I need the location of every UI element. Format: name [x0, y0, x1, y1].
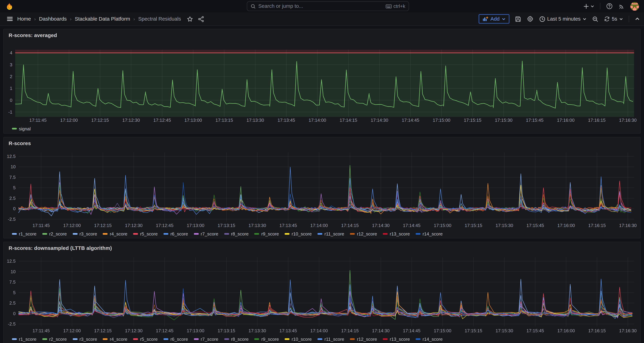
x-tick-label: 17:16:30 — [619, 118, 637, 123]
top-bar: Search or jump to... ctrl+k — [0, 0, 644, 12]
y-tick-label: 2.5 — [9, 300, 16, 306]
legend-item[interactable]: r12_score — [350, 231, 377, 236]
x-tick-label: 17:16:30 — [619, 223, 637, 228]
legend-swatch — [72, 233, 77, 235]
zoom-out-icon — [592, 16, 598, 22]
legend-item[interactable]: r4_score — [103, 231, 127, 236]
legend-label: r14_score — [422, 336, 443, 341]
new-menu-button[interactable] — [583, 3, 594, 9]
save-dashboard-button[interactable] — [515, 16, 521, 22]
legend-item[interactable]: r13_score — [383, 231, 410, 236]
legend-swatch — [285, 338, 290, 340]
legend-item[interactable]: r6_score — [164, 231, 188, 236]
panel-title[interactable]: R-scores: averaged — [9, 33, 57, 38]
gear-icon — [527, 16, 533, 22]
y-tick-label: 5 — [13, 290, 16, 295]
favorite-button[interactable] — [187, 16, 193, 22]
refresh-picker[interactable]: 5s — [604, 16, 623, 22]
legend-label: r1_score — [19, 336, 36, 341]
legend-swatch — [133, 338, 138, 340]
x-tick-label: 17:15:45 — [526, 118, 544, 123]
legend-item[interactable]: r2_score — [42, 231, 67, 236]
x-tick-label: 17:13:30 — [246, 118, 264, 123]
legend-item[interactable]: signal — [12, 126, 31, 131]
x-tick-label: 17:15:30 — [496, 223, 513, 228]
legend-item[interactable]: r7_score — [194, 231, 218, 236]
y-tick-label: 12.5 — [7, 154, 16, 159]
x-tick-label: 17:16:00 — [557, 223, 575, 228]
collapse-toolbar-button[interactable] — [635, 17, 640, 21]
x-tick-label: 17:13:45 — [278, 118, 295, 123]
y-tick-label: 0 — [10, 98, 12, 103]
legend-item[interactable]: r9_score — [254, 231, 279, 236]
chart-rscores[interactable]: 12.5107.552.50-2.517:11:4517:12:0017:12:… — [4, 137, 640, 238]
breadcrumb-dashboards[interactable]: Dashboards — [39, 16, 67, 22]
panel-rscores: 12.5107.552.50-2.517:11:4517:12:0017:12:… — [3, 137, 640, 238]
grafana-logo-icon[interactable] — [5, 2, 14, 11]
user-avatar[interactable] — [630, 2, 639, 11]
legend-label: r2_score — [49, 231, 67, 236]
legend-item[interactable]: r10_score — [285, 336, 312, 341]
keyboard-icon — [386, 4, 392, 9]
save-icon — [515, 16, 521, 22]
add-button[interactable]: Add — [479, 14, 509, 23]
breadcrumb-folder[interactable]: Stackable Data Platform — [75, 16, 130, 22]
legend-item[interactable]: r6_score — [164, 336, 188, 341]
legend-item[interactable]: r10_score — [285, 231, 312, 236]
zoom-out-button[interactable] — [592, 16, 598, 22]
legend-swatch — [194, 233, 198, 235]
chart-rscores-downsampled[interactable]: 12.5107.552.50-2.517:11:4517:12:0017:12:… — [4, 242, 640, 343]
legend-item[interactable]: r2_score — [42, 336, 67, 341]
mega-menu-button[interactable] — [6, 16, 13, 22]
dashboard-settings-button[interactable] — [527, 16, 533, 22]
legend-swatch — [318, 233, 322, 235]
legend-item[interactable]: r12_score — [350, 336, 377, 341]
chart-rscores-averaged[interactable]: 43210-117:11:4517:12:0017:12:1517:12:301… — [4, 29, 640, 133]
legend-item[interactable]: r3_score — [72, 231, 97, 236]
legend-swatch — [12, 338, 17, 340]
x-tick-label: 17:13:30 — [248, 223, 266, 228]
y-tick-label: 3 — [10, 62, 12, 67]
x-tick-label: 17:13:15 — [218, 328, 235, 333]
legend-item[interactable]: r3_score — [72, 336, 97, 341]
news-button[interactable] — [618, 3, 625, 9]
x-tick-label: 17:15:45 — [526, 328, 544, 333]
legend-item[interactable]: r5_score — [133, 231, 158, 236]
legend-item[interactable]: r8_score — [224, 336, 248, 341]
legend-item[interactable]: r1_score — [12, 336, 36, 341]
panel-title[interactable]: R-scores: downsampled (LTTB algorithm) — [9, 245, 112, 251]
y-tick-label: 5 — [13, 185, 16, 190]
share-button[interactable] — [198, 16, 204, 22]
legend-item[interactable]: r14_score — [416, 336, 443, 341]
x-tick-label: 17:15:30 — [495, 118, 512, 123]
time-range-picker[interactable]: Last 5 minutes — [539, 16, 586, 22]
legend-item[interactable]: r4_score — [103, 336, 127, 341]
x-tick-label: 17:15:45 — [526, 223, 544, 228]
help-button[interactable] — [606, 3, 613, 10]
x-tick-label: 17:14:30 — [372, 328, 390, 333]
legend-swatch — [42, 233, 47, 235]
search-input[interactable]: Search or jump to... ctrl+k — [247, 1, 409, 11]
legend-item[interactable]: r5_score — [133, 336, 158, 341]
breadcrumb-home[interactable]: Home — [17, 16, 31, 22]
legend-item[interactable]: r13_score — [383, 336, 410, 341]
star-icon — [187, 16, 193, 22]
legend-item[interactable]: r11_score — [318, 231, 344, 236]
legend-swatch — [72, 338, 77, 340]
x-tick-label: 17:14:00 — [308, 118, 326, 123]
legend-item[interactable]: r1_score — [12, 231, 36, 236]
legend-item[interactable]: r14_score — [416, 231, 443, 236]
legend-label: r12_score — [357, 336, 377, 341]
legend-swatch — [416, 233, 420, 235]
panel-rscores-averaged: 43210-117:11:4517:12:0017:12:1517:12:301… — [3, 29, 640, 134]
legend-item[interactable]: r8_score — [224, 231, 248, 236]
legend-item[interactable]: r11_score — [318, 336, 344, 341]
legend-label: r8_score — [231, 336, 249, 341]
x-tick-label: 17:12:45 — [156, 223, 174, 228]
panel-title[interactable]: R-scores — [9, 141, 31, 146]
legend-item[interactable]: r7_score — [194, 336, 218, 341]
y-tick-label: 0 — [13, 206, 16, 211]
legend-item[interactable]: r9_score — [254, 336, 279, 341]
breadcrumb: Home › Dashboards › Stackable Data Platf… — [17, 16, 181, 22]
refresh-icon — [604, 16, 610, 22]
